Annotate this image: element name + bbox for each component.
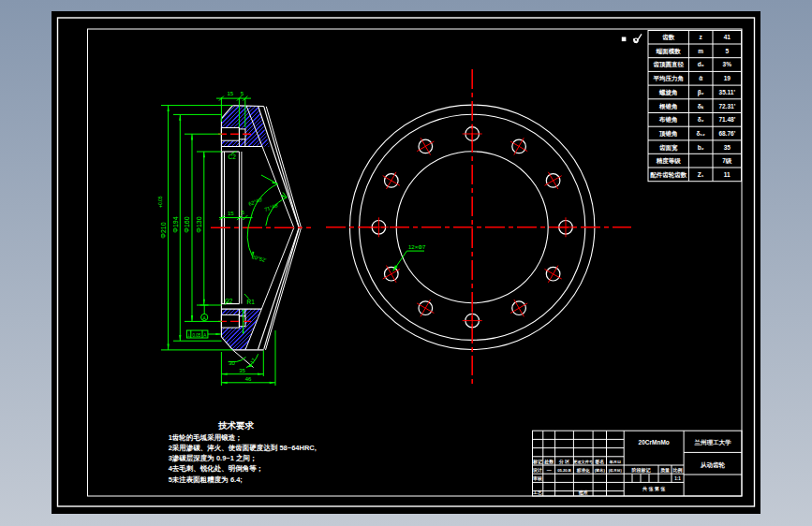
svg-text:(年月日): (年月日) bbox=[609, 468, 623, 473]
svg-text:Φ130: Φ130 bbox=[196, 216, 202, 232]
svg-text:技术要求: 技术要求 bbox=[217, 420, 255, 431]
svg-text:71.48': 71.48' bbox=[718, 116, 735, 123]
svg-text:齿数: 齿数 bbox=[661, 34, 675, 41]
svg-text:3%: 3% bbox=[723, 61, 732, 67]
svg-text:平均压力角: 平均压力角 bbox=[653, 75, 684, 82]
svg-text:⊥: ⊥ bbox=[186, 332, 190, 338]
svg-text:15: 15 bbox=[227, 91, 233, 96]
svg-text:分 区: 分 区 bbox=[558, 459, 569, 465]
svg-text:比例: 比例 bbox=[673, 467, 683, 474]
svg-text:精度等级: 精度等级 bbox=[656, 157, 682, 165]
svg-text:签名: 签名 bbox=[594, 459, 604, 465]
svg-text:A: A bbox=[202, 315, 206, 321]
svg-text:2采用渗碳、淬火、使齿面硬度达到 58~64HRC,: 2采用渗碳、淬火、使齿面硬度达到 58~64HRC, bbox=[169, 444, 317, 452]
svg-text:配件齿轮齿数: 配件齿轮齿数 bbox=[650, 171, 687, 179]
svg-text:δₖ: δₖ bbox=[698, 103, 704, 110]
svg-text:5: 5 bbox=[725, 48, 729, 54]
svg-text:端面模数: 端面模数 bbox=[656, 48, 682, 55]
svg-text:顶锥角: 顶锥角 bbox=[658, 130, 678, 138]
svg-text:布锥角: 布锥角 bbox=[658, 116, 678, 124]
svg-text:共 张 第 张: 共 张 第 张 bbox=[642, 486, 666, 492]
svg-text:15: 15 bbox=[228, 211, 234, 216]
svg-text:1齿轮的毛坬采用锻造；: 1齿轮的毛坬采用锻造； bbox=[169, 433, 243, 442]
svg-text:标记: 标记 bbox=[532, 459, 543, 465]
svg-text:5未注表面粗糟度为 6.4;: 5未注表面粗糟度为 6.4; bbox=[169, 475, 243, 484]
svg-text:β₂: β₂ bbox=[698, 89, 704, 96]
svg-text:7级: 7级 bbox=[722, 157, 732, 165]
svg-text:设计: 设计 bbox=[532, 467, 542, 473]
svg-text:年月日: 年月日 bbox=[609, 460, 622, 464]
svg-text:46: 46 bbox=[245, 376, 252, 382]
svg-text:Φ194: Φ194 bbox=[172, 216, 179, 232]
svg-text:处数: 处数 bbox=[543, 459, 554, 465]
svg-text:从动齿轮: 从动齿轮 bbox=[700, 461, 726, 469]
svg-text:δ₁₂: δ₁₂ bbox=[696, 130, 705, 137]
svg-text:1:1: 1:1 bbox=[674, 476, 681, 481]
svg-text:41: 41 bbox=[724, 34, 731, 40]
svg-text:根锥角: 根锥角 bbox=[658, 103, 678, 110]
svg-text:阶段标记: 阶段标记 bbox=[632, 467, 652, 474]
svg-text:19: 19 bbox=[724, 75, 731, 81]
svg-text:12×Φ7: 12×Φ7 bbox=[408, 244, 426, 250]
svg-text:ᾱ: ᾱ bbox=[699, 75, 702, 81]
svg-text:Φ160: Φ160 bbox=[184, 216, 190, 232]
svg-text:68.76': 68.76' bbox=[718, 130, 735, 137]
svg-text:3渗碳层深度为 0.9~1 之间；: 3渗碳层深度为 0.9~1 之间； bbox=[169, 454, 258, 462]
svg-text:工艺: 工艺 bbox=[532, 489, 542, 495]
svg-text:审核: 审核 bbox=[533, 475, 542, 481]
svg-text:20CrMnMo: 20CrMnMo bbox=[639, 439, 670, 446]
svg-text:35.11': 35.11' bbox=[719, 89, 736, 95]
svg-text:11: 11 bbox=[724, 171, 731, 178]
svg-text:35: 35 bbox=[724, 144, 731, 151]
svg-text:05.20.B: 05.20.B bbox=[557, 468, 571, 473]
svg-text:0.05: 0.05 bbox=[192, 333, 200, 338]
svg-text:(签名): (签名) bbox=[595, 468, 606, 473]
svg-text:螺旋角: 螺旋角 bbox=[658, 89, 678, 96]
svg-text:+0.05: +0.05 bbox=[157, 196, 163, 208]
svg-text:b₂: b₂ bbox=[698, 144, 704, 151]
svg-text:δ₂: δ₂ bbox=[698, 116, 704, 123]
svg-text:齿顶圆直径: 齿顶圆直径 bbox=[652, 61, 684, 68]
svg-text:Φ210: Φ210 bbox=[160, 222, 167, 238]
svg-text:m: m bbox=[698, 48, 703, 54]
svg-text:兰州理工大学: 兰州理工大学 bbox=[694, 439, 732, 446]
svg-text:4去毛刺、锐化处、明倒角等；: 4去毛刺、锐化处、明倒角等； bbox=[169, 464, 264, 473]
svg-text:d₀: d₀ bbox=[698, 61, 704, 67]
svg-text:35: 35 bbox=[239, 368, 245, 373]
svg-text:—: — bbox=[547, 467, 552, 473]
svg-text:72.31': 72.31' bbox=[718, 103, 735, 110]
svg-text:30: 30 bbox=[229, 360, 235, 366]
svg-text:Z₁: Z₁ bbox=[698, 171, 704, 178]
svg-text:R1: R1 bbox=[247, 299, 256, 305]
svg-text:齿面宽: 齿面宽 bbox=[658, 144, 678, 152]
svg-text:批准: 批准 bbox=[578, 489, 588, 496]
svg-text:质量: 质量 bbox=[660, 467, 670, 473]
